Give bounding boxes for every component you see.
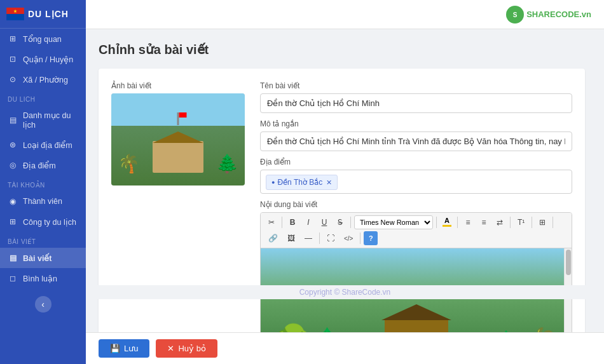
font-family-select[interactable]: Times New Roman Arial Georgia — [354, 215, 433, 229]
form-right: Tên bài viết Mô tả ngắn Địa điểm ● Đền T… — [260, 81, 572, 332]
image-label: Ảnh bài viết — [111, 81, 245, 90]
toolbar-strikethrough-button[interactable]: S̶ — [333, 215, 347, 229]
article-icon: ▤ — [8, 253, 18, 263]
sidebar-title: DU LỊCH — [28, 9, 69, 19]
content-area: Chỉnh sửa bài viết Ảnh bài viết 🌴 🌲 — [86, 29, 604, 332]
save-icon: 💾 — [110, 344, 120, 353]
toolbar-sep-4 — [457, 217, 458, 228]
toolbar-superscript-button[interactable]: T¹ — [514, 215, 528, 229]
toolbar-unordered-list-button[interactable]: ≡ — [461, 215, 475, 229]
sidebar-section-du-lich: DU LICH — [0, 90, 86, 105]
desc-input[interactable] — [260, 131, 572, 151]
editor-scrollbar-thumb[interactable] — [566, 250, 571, 275]
topbar-brand-text: SHARECODE.vn — [526, 10, 591, 19]
cancel-button[interactable]: ✕ Huỷ bỏ — [156, 339, 217, 358]
comment-icon: ◻ — [8, 273, 18, 283]
sidebar-item-tong-quan[interactable]: ⊞ Tổng quan — [0, 29, 86, 49]
location-tag[interactable]: ● Đền Thờ Bắc ✕ — [266, 175, 338, 190]
home-icon: ⊞ — [8, 34, 18, 44]
toolbar-underline-button[interactable]: U — [317, 215, 331, 229]
du-lich-logo-icon — [6, 8, 24, 20]
sharecode-logo-icon: S — [506, 6, 524, 24]
sidebar-item-label: Thành viên — [23, 197, 62, 206]
color-bar-indicator — [443, 225, 451, 227]
editor-right-tree-icon: 🌲 — [492, 330, 521, 332]
sidebar-item-danh-muc[interactable]: ▤ Danh mục du lịch — [0, 105, 86, 135]
main-area: S SHARECODE.vn Chỉnh sửa bài viết Ảnh bà… — [86, 0, 604, 364]
sidebar-item-cong-ty[interactable]: ⊞ Công ty du lịch — [0, 212, 86, 232]
sidebar-item-bai-viet[interactable]: ▤ Bài viết — [0, 248, 86, 268]
form-row-main: Ảnh bài viết 🌴 🌲 — [111, 81, 572, 332]
rich-text-editor[interactable]: ✂ B I U S̶ Times New Roman Arial — [260, 212, 572, 332]
sidebar-collapse-button[interactable]: ‹ — [35, 296, 51, 313]
save-label: Lưu — [124, 344, 138, 353]
location-tag-remove-button[interactable]: ✕ — [326, 179, 332, 187]
sidebar-section-tai-khoan: TÀI KHOẢN — [0, 175, 86, 191]
location-field[interactable]: ● Đền Thờ Bắc ✕ — [260, 170, 572, 194]
brand-suffix: .vn — [579, 10, 591, 19]
editor-pavilion — [385, 318, 448, 332]
sidebar-item-xa-phuong[interactable]: ⊙ Xã / Phường — [0, 69, 86, 90]
sidebar-item-quan-huyen[interactable]: ⊡ Quận / Huyện — [0, 49, 86, 69]
sidebar-header: DU LỊCH — [0, 0, 86, 29]
editor-content-image: 🌳 🌲 🌲 🌴 — [261, 248, 572, 332]
cancel-icon: ✕ — [167, 344, 174, 353]
svg-text:S: S — [513, 11, 518, 18]
toolbar-image-button[interactable]: 🖼 — [284, 231, 299, 245]
toolbar-bold-button[interactable]: B — [285, 215, 299, 229]
name-input[interactable] — [260, 93, 572, 113]
sidebar-item-dia-diem[interactable]: ◎ Địa điểm — [0, 155, 86, 175]
editor-far-left-tree-icon: 🌳 — [273, 323, 313, 332]
toolbar-sep-7 — [553, 217, 553, 228]
toolbar-indent-button[interactable]: ⇄ — [493, 215, 507, 229]
name-label: Tên bài viết — [260, 81, 572, 90]
form-card: Ảnh bài viết 🌴 🌲 — [99, 69, 585, 332]
sidebar-item-label: Quận / Huyện — [23, 55, 73, 64]
toolbar-italic-button[interactable]: I — [301, 215, 315, 229]
toolbar-sep-5 — [510, 217, 511, 228]
toolbar-help-button[interactable]: ? — [364, 231, 378, 245]
sidebar-item-label: Tổng quan — [23, 34, 62, 44]
toolbar-ordered-list-button[interactable]: ≡ — [477, 215, 491, 229]
sidebar-item-thanh-vien[interactable]: ◉ Thành viên — [0, 191, 86, 212]
editor-toolbar: ✂ B I U S̶ Times New Roman Arial — [261, 213, 572, 248]
editor-left-tree-icon: 🌲 — [312, 327, 343, 332]
pin-icon: ⊙ — [8, 74, 18, 84]
toolbar-sep-2 — [350, 217, 351, 228]
toolbar-sep-6 — [532, 217, 532, 228]
editor-body[interactable]: 🌳 🌲 🌲 🌴 — [261, 248, 572, 332]
toolbar-cut-button[interactable]: ✂ — [264, 215, 278, 229]
save-button[interactable]: 💾 Lưu — [99, 339, 149, 358]
toolbar-sep-8 — [319, 233, 320, 244]
topbar: S SHARECODE.vn — [86, 0, 604, 29]
sidebar-section-bai-viet: BÀI VIẾT — [0, 232, 86, 248]
toolbar-sep-3 — [436, 217, 437, 228]
sidebar-item-binh-luan[interactable]: ◻ Bình luận — [0, 268, 86, 288]
tree-right-icon: 🌲 — [216, 153, 238, 174]
location-tag-text: Đền Thờ Bắc — [277, 178, 322, 187]
sidebar-item-label: Công ty du lịch — [23, 217, 76, 227]
bottom-bar: 💾 Lưu ✕ Huỷ bỏ — [86, 332, 604, 364]
toolbar-source-button[interactable]: </> — [340, 231, 357, 245]
toolbar-link-button[interactable]: 🔗 — [264, 231, 282, 245]
sidebar: DU LỊCH ⊞ Tổng quan ⊡ Quận / Huyện ⊙ Xã … — [0, 0, 86, 364]
svg-rect-1 — [6, 14, 24, 20]
tag-icon: ⊛ — [8, 140, 18, 150]
location-label: Địa điểm — [260, 158, 572, 166]
topbar-brand: S SHARECODE.vn — [506, 6, 591, 24]
sidebar-item-label: Địa điểm — [23, 161, 56, 170]
editor-scrollbar[interactable] — [564, 248, 572, 332]
sidebar-item-label: Danh mục du lịch — [23, 111, 78, 130]
article-image: 🌴 🌲 — [111, 93, 245, 185]
location-icon: ◎ — [8, 160, 18, 170]
toolbar-table-button[interactable]: ⊞ — [535, 215, 549, 229]
toolbar-hr-button[interactable]: — — [301, 231, 316, 245]
toolbar-sep-1 — [282, 217, 282, 228]
list-icon: ▤ — [8, 115, 18, 125]
toolbar-fullscreen-button[interactable]: ⛶ — [323, 231, 338, 245]
toolbar-text-color-button[interactable]: A — [440, 215, 454, 229]
sidebar-item-loai-dia-diem[interactable]: ⊛ Loại địa điểm — [0, 135, 86, 155]
content-label: Nội dung bài viết — [260, 200, 572, 209]
flag-decoration — [177, 112, 179, 125]
toolbar-sep-9 — [360, 233, 360, 244]
